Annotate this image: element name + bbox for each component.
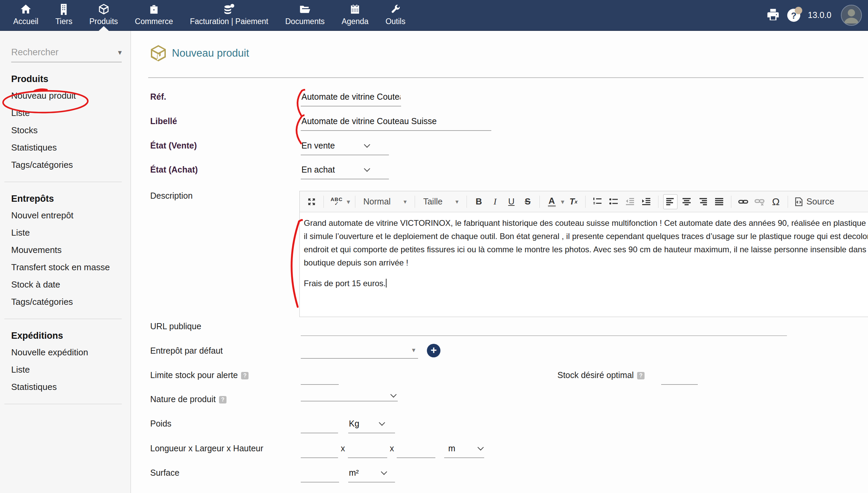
sidebar-item-liste-produits[interactable]: Liste xyxy=(0,104,131,122)
search-input[interactable]: Rechercher ▾ xyxy=(11,47,122,62)
align-right-icon[interactable] xyxy=(696,194,710,209)
remove-format-button[interactable]: Tx xyxy=(566,194,580,209)
nav-item-tiers[interactable]: Tiers xyxy=(47,0,81,30)
sidebar-item-nouveau-produit[interactable]: Nouveau produit xyxy=(0,87,131,104)
description-line: Frais de port 15 euros. xyxy=(304,277,868,290)
nav-item-documents[interactable]: Documents xyxy=(277,0,333,30)
chevron-down-icon: ▾ xyxy=(455,198,458,205)
sidebar-divider xyxy=(4,404,122,404)
sidebar-item-mouvements[interactable]: Mouvements xyxy=(0,241,131,259)
chevron-down-icon xyxy=(364,165,370,172)
cube-icon xyxy=(98,3,110,16)
help-icon[interactable]: ? xyxy=(787,8,801,22)
hauteur-input[interactable] xyxy=(397,441,435,458)
sidebar-divider xyxy=(4,182,122,182)
nav-item-outils[interactable]: Outils xyxy=(377,0,414,30)
align-left-icon[interactable] xyxy=(663,194,677,209)
sidebar-item-tags-entrepots[interactable]: Tags/catégories xyxy=(0,293,131,311)
help-question-icon[interactable]: ? xyxy=(241,372,249,379)
help-question-icon[interactable]: ? xyxy=(219,396,226,403)
unlink-icon[interactable] xyxy=(752,194,767,209)
help-question-icon[interactable]: ? xyxy=(637,372,645,379)
add-warehouse-button[interactable]: + xyxy=(427,344,440,357)
url-publique-input[interactable] xyxy=(301,319,787,336)
url-publique-label: URL publique xyxy=(150,319,301,331)
dimension-separator: x xyxy=(387,441,397,453)
limite-stock-input[interactable] xyxy=(301,368,339,385)
nav-item-facturation[interactable]: Facturation | Paiement xyxy=(181,0,277,30)
bullet-list-icon[interactable] xyxy=(607,194,621,209)
stock-desire-label: Stock désiré optimal? xyxy=(557,368,645,380)
source-button[interactable]: Source xyxy=(793,194,836,209)
sidebar-item-liste-expeditions[interactable]: Liste xyxy=(0,361,131,378)
maximize-icon[interactable] xyxy=(304,194,319,209)
sidebar-item-stock-a-date[interactable]: Stock à date xyxy=(0,276,131,293)
justify-icon[interactable] xyxy=(712,194,726,209)
text-color-button[interactable]: A xyxy=(545,194,559,209)
surface-unit-select[interactable]: m² xyxy=(348,465,395,482)
stock-desire-input[interactable] xyxy=(661,368,698,385)
bold-button[interactable]: B xyxy=(472,194,486,209)
nav-item-accueil[interactable]: Accueil xyxy=(5,0,47,30)
chevron-down-icon: ▾ xyxy=(412,346,415,354)
description-textarea[interactable]: Grand automate de vitrine VICTORINOX, le… xyxy=(300,212,868,290)
etat-vente-select[interactable]: En vente xyxy=(301,138,389,155)
nav-item-label: Produits xyxy=(89,17,118,26)
indent-icon[interactable] xyxy=(639,194,653,209)
dimensions-label: Longueur x Largeur x Hauteur xyxy=(150,441,301,453)
outdent-icon[interactable] xyxy=(623,194,637,209)
entrepot-defaut-label: Entrepôt par défaut xyxy=(150,343,301,356)
version-text: 13.0.0 xyxy=(808,10,831,20)
etat-achat-select[interactable]: En achat xyxy=(301,162,389,179)
align-center-icon[interactable] xyxy=(679,194,694,209)
avatar[interactable] xyxy=(841,5,862,26)
sidebar-item-nouvel-entrepot[interactable]: Nouvel entrepôt xyxy=(0,207,131,224)
nature-produit-select[interactable] xyxy=(301,392,398,401)
sidebar-item-nouvelle-expedition[interactable]: Nouvelle expédition xyxy=(0,344,131,361)
surface-input[interactable] xyxy=(301,465,339,482)
nav-item-label: Documents xyxy=(285,17,324,26)
longueur-input[interactable] xyxy=(301,441,338,458)
sidebar-item-stocks[interactable]: Stocks xyxy=(0,122,131,139)
sidebar-item-liste-entrepots[interactable]: Liste xyxy=(0,224,131,241)
dimension-separator: x xyxy=(338,441,348,453)
ref-label: Réf. xyxy=(150,89,301,102)
link-icon[interactable] xyxy=(736,194,750,209)
libelle-input[interactable] xyxy=(301,114,491,131)
nav-item-produits[interactable]: Produits xyxy=(81,0,126,30)
print-icon[interactable] xyxy=(766,8,780,23)
sidebar-divider xyxy=(4,319,122,319)
italic-button[interactable]: I xyxy=(488,194,502,209)
briefcase-icon xyxy=(149,3,159,16)
dimensions-unit-select[interactable]: m xyxy=(444,441,484,458)
ref-input[interactable] xyxy=(301,89,401,106)
nav-item-agenda[interactable]: Agenda xyxy=(333,0,377,30)
special-char-button[interactable]: Ω xyxy=(769,194,783,209)
nav-item-commerce[interactable]: Commerce xyxy=(126,0,181,30)
page-title-text: Nouveau produit xyxy=(172,47,249,59)
poids-unit-select[interactable]: Kg xyxy=(348,416,395,433)
top-navbar: Accueil Tiers Produits Commerce Facturat… xyxy=(0,0,868,31)
sidebar-item-statistiques-expeditions[interactable]: Statistiques xyxy=(0,378,131,396)
sidebar-item-tags-produits[interactable]: Tags/catégories xyxy=(0,156,131,174)
sidebar-item-transfert-stock[interactable]: Transfert stock en masse xyxy=(0,259,131,276)
paragraph-format-select[interactable]: Normal ▾ xyxy=(360,194,410,209)
poids-input[interactable] xyxy=(301,416,338,433)
chevron-down-icon xyxy=(381,469,387,475)
font-size-select[interactable]: Taille ▾ xyxy=(420,194,462,209)
underline-button[interactable]: U xyxy=(504,194,518,209)
entrepot-defaut-select[interactable]: ▾ xyxy=(301,343,418,359)
spellcheck-button[interactable]: ABC ✓ xyxy=(329,194,345,209)
strikethrough-button[interactable]: S xyxy=(520,194,535,209)
nav-item-label: Tiers xyxy=(55,17,72,26)
ordered-list-icon[interactable] xyxy=(590,194,605,209)
nav-item-label: Agenda xyxy=(342,17,369,26)
sidebar-section-expeditions: Expéditions xyxy=(11,331,131,341)
etat-vente-label: État (Vente) xyxy=(150,138,301,151)
chevron-down-icon: ▾ xyxy=(118,48,122,57)
largeur-input[interactable] xyxy=(348,441,387,458)
wrench-icon xyxy=(390,3,401,16)
description-line: boutique depuis son arrivée ! xyxy=(304,256,868,269)
etat-achat-label: État (Achat) xyxy=(150,162,301,175)
sidebar-item-statistiques-produits[interactable]: Statistiques xyxy=(0,139,131,156)
